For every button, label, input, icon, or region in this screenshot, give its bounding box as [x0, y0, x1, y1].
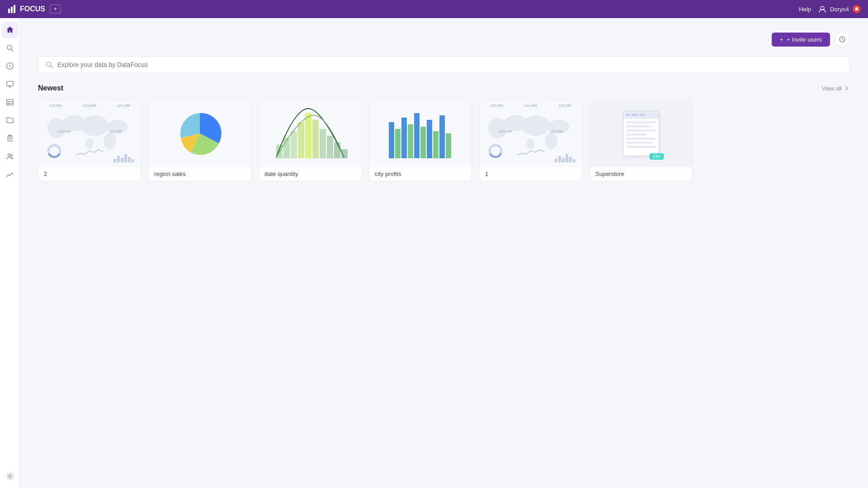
folder-icon — [6, 116, 14, 124]
svg-text:?: ? — [8, 64, 11, 69]
svg-rect-36 — [291, 131, 297, 158]
svg-rect-42 — [334, 142, 340, 158]
invite-plus-icon: + — [780, 36, 783, 43]
sidebar-item-folder[interactable] — [2, 112, 18, 128]
svg-point-58 — [545, 133, 557, 149]
svg-rect-39 — [312, 120, 319, 158]
bell-icon — [854, 7, 859, 11]
analytics-icon — [6, 171, 14, 179]
sidebar-item-clipboard[interactable] — [2, 130, 18, 147]
line-chart-mini-2 — [517, 146, 544, 157]
svg-rect-53 — [446, 133, 451, 158]
card-2-label: 2 — [38, 167, 141, 181]
pie-chart — [177, 111, 222, 156]
svg-rect-46 — [401, 118, 407, 158]
card-date-quantity-label: date quantity — [259, 167, 361, 181]
app-logo[interactable]: FOCUS — [7, 4, 45, 14]
svg-point-29 — [108, 119, 128, 134]
svg-point-28 — [80, 115, 109, 136]
sidebar-item-help[interactable]: ? — [2, 58, 18, 74]
svg-rect-11 — [6, 99, 13, 105]
svg-rect-48 — [414, 113, 420, 158]
card-region-sales[interactable]: region sales — [148, 99, 251, 181]
chevron-right-icon — [844, 85, 850, 91]
svg-point-20 — [8, 154, 10, 156]
sidebar-item-home[interactable] — [2, 22, 18, 38]
svg-point-4 — [7, 45, 11, 50]
clipboard-icon — [6, 134, 14, 142]
svg-point-22 — [9, 475, 11, 477]
app-name: FOCUS — [20, 5, 45, 13]
invite-users-button[interactable]: + + Invite users — [772, 33, 830, 47]
card-superstore-label: Superstore — [590, 167, 692, 181]
clock-icon — [839, 36, 846, 43]
card-superstore[interactable]: CSV Superstore — [590, 99, 693, 181]
svg-point-30 — [104, 133, 116, 149]
svg-point-57 — [549, 119, 569, 134]
newest-section-header: Newest View all — [38, 84, 850, 92]
card-2-preview: 123,456123,456123,456 123,456123,456 — [38, 100, 141, 167]
search-bar[interactable] — [38, 56, 850, 73]
sidebar-item-monitor[interactable] — [2, 76, 18, 92]
card-superstore-preview: CSV — [590, 100, 692, 167]
add-tab-button[interactable]: + — [50, 5, 61, 14]
user-icon — [818, 5, 826, 13]
sidebar-item-search[interactable] — [2, 40, 18, 56]
sidebar-item-settings[interactable] — [2, 468, 18, 484]
cards-grid: 123,456123,456123,456 123,456123,456 — [38, 99, 850, 181]
sidebar-item-analytics[interactable] — [2, 166, 18, 183]
svg-rect-50 — [427, 120, 432, 158]
svg-rect-44 — [389, 122, 394, 158]
search-input[interactable] — [57, 61, 842, 68]
svg-rect-47 — [408, 124, 413, 158]
search-bar-icon — [46, 61, 53, 68]
settings-icon — [6, 472, 14, 480]
svg-rect-35 — [283, 138, 290, 158]
card-city-profits-label: city profits — [369, 167, 472, 181]
search-icon — [6, 44, 14, 52]
svg-point-21 — [10, 154, 13, 156]
sidebar-item-users[interactable] — [2, 148, 18, 165]
svg-point-26 — [47, 118, 66, 138]
card-1[interactable]: 123,456123,456123,456 123,456123,456 — [479, 99, 582, 181]
donut-chart-2 — [488, 143, 503, 159]
view-all-button[interactable]: View all — [821, 85, 850, 92]
user-name: Doryo4 — [830, 6, 849, 13]
donut-chart-icon — [47, 143, 62, 159]
csv-badge: CSV — [650, 153, 664, 160]
card-1-label: 1 — [480, 167, 582, 181]
card-2[interactable]: 123,456123,456123,456 123,456123,456 — [38, 99, 141, 181]
top-navigation: FOCUS + Help Doryo4 — [0, 0, 868, 18]
user-badge — [853, 5, 861, 13]
question-icon: ? — [6, 62, 14, 70]
svg-rect-2 — [14, 5, 15, 13]
card-region-sales-label: region sales — [149, 167, 251, 181]
monitor-icon — [6, 80, 14, 88]
table-icon — [6, 98, 14, 106]
settings-button[interactable] — [835, 32, 850, 47]
card-city-profits[interactable]: city profits — [369, 99, 472, 181]
svg-rect-49 — [420, 127, 426, 158]
sidebar: ? — [0, 18, 20, 488]
topnav-right: Help Doryo4 — [799, 5, 861, 13]
line-chart-mini — [76, 146, 103, 157]
users-icon — [6, 152, 14, 161]
card-date-quantity[interactable]: date quantity — [259, 99, 362, 181]
svg-line-25 — [51, 66, 52, 68]
svg-point-54 — [488, 118, 507, 138]
help-link[interactable]: Help — [799, 6, 811, 13]
newest-title: Newest — [38, 84, 63, 92]
svg-point-56 — [522, 115, 550, 136]
sidebar-item-table[interactable] — [2, 94, 18, 110]
svg-rect-1 — [11, 7, 13, 13]
bar-chart — [380, 104, 461, 163]
user-info[interactable]: Doryo4 — [818, 5, 861, 13]
svg-rect-51 — [433, 131, 439, 158]
logo-icon — [7, 4, 17, 14]
card-region-sales-preview — [149, 100, 251, 167]
svg-rect-45 — [395, 129, 401, 158]
secondary-bar: + + Invite users — [38, 27, 850, 52]
svg-rect-37 — [298, 122, 304, 158]
svg-rect-40 — [320, 129, 326, 158]
main-content: + + Invite users Newest View all — [20, 18, 868, 488]
